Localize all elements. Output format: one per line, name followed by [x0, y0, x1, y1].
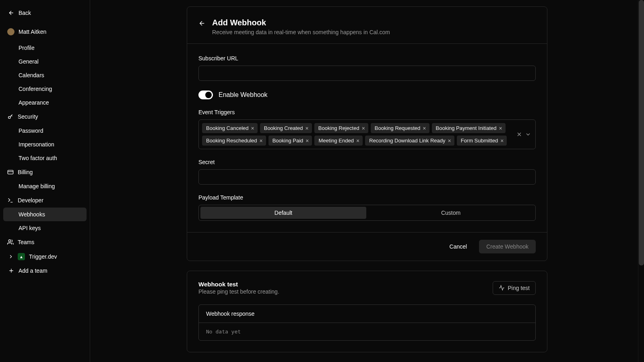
trigger-tag: Booking Created×: [260, 123, 312, 133]
sidebar-item-calendars[interactable]: Calendars: [3, 68, 87, 82]
arrow-left-icon: [198, 20, 206, 27]
sidebar-item-api-keys[interactable]: API keys: [3, 221, 87, 235]
remove-tag-icon[interactable]: ×: [305, 138, 309, 144]
sidebar-item-conferencing[interactable]: Conferencing: [3, 82, 87, 96]
trigger-tag: Meeting Ended×: [314, 136, 363, 146]
chevron-right-icon: [8, 254, 14, 259]
terminal-icon: [7, 197, 14, 204]
add-team-button[interactable]: Add a team: [3, 264, 87, 278]
sidebar-label: Billing: [18, 169, 33, 175]
subscriber-url-input[interactable]: [198, 66, 536, 81]
avatar: [7, 28, 14, 35]
back-button[interactable]: Back: [3, 6, 87, 20]
tag-text: Form Submitted: [461, 138, 498, 144]
sidebar-item-two-factor[interactable]: Two factor auth: [3, 151, 87, 165]
credit-card-icon: [7, 169, 14, 175]
webhook-test-subtitle: Please ping test before creating.: [198, 288, 279, 295]
user-profile-link[interactable]: Matt Aitken: [3, 23, 87, 40]
payload-custom-option[interactable]: Custom: [368, 207, 534, 219]
event-triggers-input[interactable]: Booking Canceled× Booking Created× Booki…: [198, 119, 536, 149]
remove-tag-icon[interactable]: ×: [362, 125, 365, 131]
sidebar-item-general[interactable]: General: [3, 55, 87, 68]
enable-webhook-label: Enable Webhook: [219, 91, 268, 99]
subscriber-url-label: Subscriber URL: [198, 55, 536, 62]
sidebar-label: Security: [18, 113, 38, 120]
sidebar-label: Teams: [18, 239, 34, 245]
sidebar-item-webhooks[interactable]: Webhooks: [3, 208, 87, 221]
tag-text: Booking Rejected: [318, 125, 359, 131]
webhook-response-box: Webhook response No data yet: [198, 304, 536, 341]
clear-all-icon[interactable]: [516, 131, 522, 138]
payload-template-label: Payload Template: [198, 194, 536, 201]
trigger-tag: Form Submitted×: [457, 136, 507, 146]
remove-tag-icon[interactable]: ×: [423, 125, 426, 131]
back-label: Back: [19, 10, 31, 16]
remove-tag-icon[interactable]: ×: [305, 125, 309, 131]
sidebar-section-developer: Developer: [3, 193, 87, 208]
tag-text: Booking Requested: [375, 125, 420, 131]
sidebar-item-profile[interactable]: Profile: [3, 41, 87, 55]
page-subtitle: Receive meeting data in real-time when s…: [212, 29, 390, 35]
remove-tag-icon[interactable]: ×: [356, 138, 359, 144]
arrow-left-icon: [8, 10, 14, 16]
tag-text: Booking Canceled: [206, 125, 249, 131]
tag-text: Booking Paid: [272, 138, 303, 144]
remove-tag-icon[interactable]: ×: [500, 138, 504, 144]
webhook-response-label: Webhook response: [199, 305, 535, 323]
create-webhook-button[interactable]: Create Webhook: [479, 240, 536, 253]
tag-text: Booking Payment Initiated: [436, 125, 497, 131]
scrollbar-thumb[interactable]: [639, 0, 644, 265]
scrollbar[interactable]: [638, 0, 644, 362]
form-back-button[interactable]: [198, 18, 206, 29]
secret-label: Secret: [198, 159, 536, 165]
trigger-tag: Booking Requested×: [371, 123, 429, 133]
activity-icon: [499, 285, 505, 291]
secret-input[interactable]: [198, 169, 536, 185]
enable-webhook-toggle[interactable]: [198, 90, 213, 99]
trigger-tag: Recording Download Link Ready×: [365, 136, 454, 146]
ping-test-label: Ping test: [508, 285, 530, 291]
sidebar-item-team[interactable]: ▲ Trigger.dev: [3, 249, 87, 264]
sidebar-item-appearance[interactable]: Appearance: [3, 96, 87, 109]
add-team-label: Add a team: [19, 267, 47, 274]
payload-template-segmented: Default Custom: [198, 205, 536, 221]
team-name: Trigger.dev: [29, 253, 57, 260]
team-logo: ▲: [18, 253, 25, 260]
remove-tag-icon[interactable]: ×: [251, 125, 254, 131]
event-triggers-label: Event Triggers: [198, 109, 536, 115]
cancel-button[interactable]: Cancel: [442, 240, 475, 253]
ping-test-button[interactable]: Ping test: [493, 281, 536, 295]
key-icon: [7, 113, 14, 120]
sidebar-label: Developer: [18, 197, 43, 204]
trigger-tag: Booking Rescheduled×: [202, 136, 266, 146]
svg-point-2: [8, 240, 10, 242]
tag-text: Booking Rescheduled: [206, 138, 257, 144]
trigger-tag: Booking Payment Initiated×: [432, 123, 506, 133]
chevron-down-icon[interactable]: [525, 131, 531, 138]
tag-text: Booking Created: [264, 125, 303, 131]
sidebar-item-password[interactable]: Password: [3, 124, 87, 138]
trigger-tag: Booking Rejected×: [314, 123, 368, 133]
sidebar-item-impersonation[interactable]: Impersonation: [3, 138, 87, 151]
sidebar-section-teams: Teams: [3, 235, 87, 249]
sidebar-section-billing: Billing: [3, 165, 87, 179]
tag-text: Meeting Ended: [318, 138, 353, 144]
sidebar-section-security: Security: [3, 109, 87, 124]
trigger-tag: Booking Canceled×: [202, 123, 258, 133]
plus-icon: [8, 267, 14, 274]
remove-tag-icon[interactable]: ×: [259, 138, 262, 144]
tag-text: Recording Download Link Ready: [369, 138, 445, 144]
page-title: Add Webhook: [212, 18, 390, 27]
webhook-test-title: Webhook test: [198, 281, 279, 288]
svg-rect-1: [8, 170, 13, 174]
trigger-tag: Booking Paid×: [268, 136, 312, 146]
sidebar-item-manage-billing[interactable]: Manage billing: [3, 179, 87, 193]
webhook-response-body: No data yet: [199, 323, 535, 340]
remove-tag-icon[interactable]: ×: [499, 125, 502, 131]
payload-default-option[interactable]: Default: [200, 207, 366, 219]
users-icon: [7, 239, 14, 245]
remove-tag-icon[interactable]: ×: [448, 138, 451, 144]
user-name: Matt Aitken: [19, 29, 46, 35]
